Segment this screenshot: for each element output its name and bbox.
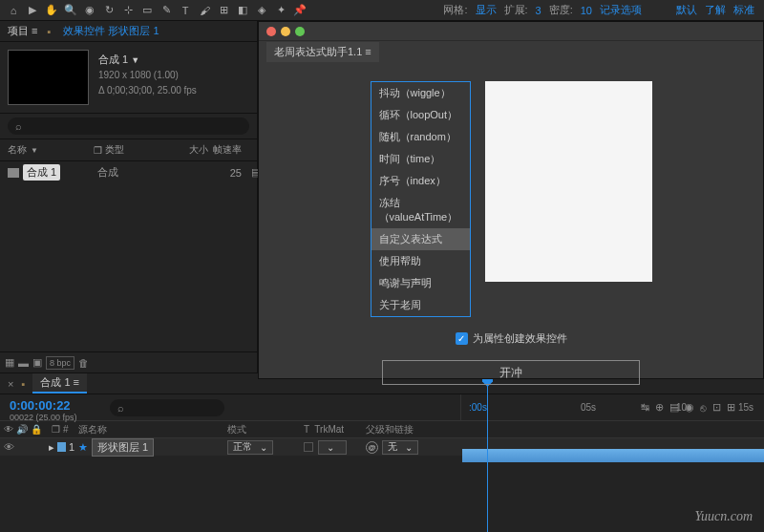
chevron-down-icon: ⌄: [327, 442, 334, 453]
workspace-default[interactable]: 默认: [676, 3, 697, 17]
rect-icon[interactable]: ▭: [138, 2, 156, 19]
layer-color-icon[interactable]: [57, 442, 66, 452]
trkmat-toggle[interactable]: [304, 442, 313, 452]
record-options[interactable]: 记录选项: [600, 3, 642, 17]
layer-bar[interactable]: [462, 449, 764, 462]
expression-list: 抖动（wiggle）循环（loopOut）随机（random）时间（time）序…: [371, 81, 471, 317]
current-timecode[interactable]: 0:00:00:22: [10, 398, 100, 413]
hand-icon[interactable]: ✋: [43, 2, 60, 19]
close-window-icon[interactable]: [266, 27, 276, 36]
tag-icon: ❒: [94, 145, 102, 156]
anchor-icon[interactable]: ⊹: [119, 2, 137, 19]
project-footer: ▦ ▬ ▣ 8 bpc 🗑: [0, 351, 257, 372]
grid-label: 网格:: [443, 3, 467, 17]
orbit-icon[interactable]: ◉: [81, 2, 98, 19]
preview-box: [485, 81, 652, 282]
eraser-icon[interactable]: ◧: [234, 2, 251, 19]
roto-icon[interactable]: ◈: [253, 2, 270, 19]
density-value[interactable]: 10: [581, 5, 592, 16]
delete-icon[interactable]: 🗑: [78, 357, 89, 369]
col-parent[interactable]: 父级和链接: [366, 423, 461, 436]
text-icon[interactable]: T: [177, 2, 194, 19]
comp-preview: 合成 1▼ 1920 x 1080 (1.00) Δ 0;00;30;00, 2…: [0, 42, 257, 113]
workspace-learn[interactable]: 了解: [705, 3, 726, 17]
audio-header-icon: 🔊: [16, 424, 28, 435]
bpc-toggle[interactable]: 8 bpc: [46, 356, 74, 370]
expression-item[interactable]: 抖动（wiggle）: [371, 82, 470, 104]
expression-item[interactable]: 时间（time）: [371, 148, 470, 170]
eye-icon[interactable]: 👁: [4, 441, 14, 453]
col-fps[interactable]: 帧速率: [208, 143, 246, 157]
col-trkmat[interactable]: TrkMat: [314, 424, 344, 435]
col-size[interactable]: 大小: [170, 143, 208, 157]
label-header-icon: ❒: [52, 424, 60, 435]
pin-icon[interactable]: 📌: [291, 2, 308, 19]
twirl-icon[interactable]: ▸: [49, 441, 54, 454]
select-icon[interactable]: ▶: [24, 2, 41, 19]
new-folder-icon[interactable]: ▬: [18, 357, 29, 369]
new-comp-icon[interactable]: ▣: [32, 356, 42, 369]
comp-name: 合成 1: [98, 53, 128, 65]
project-tab[interactable]: 项目 ≡: [8, 24, 37, 38]
star-icon: ★: [78, 441, 88, 454]
density-label: 密度:: [549, 3, 573, 17]
expression-item[interactable]: 序号（index）: [371, 170, 470, 192]
effects-link[interactable]: 效果控件 形状图层 1: [63, 24, 159, 38]
apply-button[interactable]: 开冲: [382, 360, 640, 385]
dropdown-icon[interactable]: ▼: [131, 55, 139, 65]
expression-item[interactable]: 自定义表达式: [371, 228, 470, 250]
zoom-icon[interactable]: 🔍: [62, 2, 79, 19]
timeline-search-input[interactable]: ⌕: [110, 399, 224, 416]
toolbar-right: 网格: 显示 扩展: 3 密度: 10 记录选项 默认 了解 标准: [443, 3, 764, 17]
dialog-title: 老周表达式助手1.1 ≡: [266, 42, 379, 62]
expression-item[interactable]: 关于老周: [371, 294, 470, 316]
col-t: T: [304, 424, 309, 435]
expression-item[interactable]: 鸣谢与声明: [371, 272, 470, 294]
blend-mode-dropdown[interactable]: 正常 ⌄: [227, 440, 273, 455]
home-icon[interactable]: ⌂: [5, 2, 22, 19]
dialog-titlebar[interactable]: [259, 22, 763, 41]
puppet-icon[interactable]: ✦: [272, 2, 289, 19]
expression-helper-dialog: 老周表达式助手1.1 ≡ 抖动（wiggle）循环（loopOut）随机（ran…: [258, 21, 764, 379]
project-columns: 名称▼ ❒类型 大小 帧速率: [0, 139, 257, 161]
expression-item[interactable]: 随机（random）: [371, 126, 470, 148]
timeline-tab[interactable]: 合成 1 ≡: [32, 373, 87, 394]
pickwhip-icon[interactable]: @: [366, 441, 378, 454]
col-name[interactable]: 名称: [8, 143, 27, 157]
expand-value[interactable]: 3: [536, 5, 541, 16]
trkmat-dropdown[interactable]: ⌄: [318, 440, 347, 455]
display-toggle[interactable]: 显示: [476, 3, 497, 17]
expression-item[interactable]: 使用帮助: [371, 250, 470, 272]
layer-row[interactable]: 👁 ▸1 ★形状图层 1 正常 ⌄ ⌄ @无 ⌄: [0, 438, 764, 456]
project-item-name: 合成 1: [23, 164, 60, 181]
chevron-down-icon: ⌄: [405, 442, 413, 453]
expression-item[interactable]: 冻结（valueAtTime）: [371, 192, 470, 228]
comp-duration: Δ 0;00;30;00, 25.00 fps: [98, 84, 197, 97]
layer-name[interactable]: 形状图层 1: [92, 438, 154, 457]
minimize-window-icon[interactable]: [281, 27, 290, 36]
col-mode[interactable]: 模式: [227, 423, 304, 436]
maximize-window-icon[interactable]: [295, 27, 305, 36]
expression-item[interactable]: 循环（loopOut）: [371, 104, 470, 126]
col-sourcename[interactable]: 源名称: [74, 423, 227, 436]
create-controls-checkbox[interactable]: ✓: [456, 332, 468, 345]
project-row[interactable]: 合成 1 合成 25 ▤: [0, 161, 257, 183]
brush-icon[interactable]: 🖌: [196, 2, 213, 19]
window-controls: [266, 27, 305, 36]
project-search-input[interactable]: ⌕: [8, 117, 249, 135]
rotate-icon[interactable]: ↻: [100, 2, 117, 19]
comp-thumbnail[interactable]: [8, 50, 89, 105]
col-type[interactable]: 类型: [105, 143, 124, 157]
interpret-icon[interactable]: ▦: [5, 356, 14, 369]
current-frame: 00022 (25.00 fps): [10, 413, 100, 422]
parent-dropdown[interactable]: 无 ⌄: [382, 440, 418, 455]
stamp-icon[interactable]: ⊞: [215, 2, 232, 19]
project-panel: 项目 ≡ ▪ 效果控件 形状图层 1 合成 1▼ 1920 x 1080 (1.…: [0, 21, 258, 372]
workspace-standard[interactable]: 标准: [733, 3, 754, 17]
lock-header-icon: 🔒: [31, 424, 42, 435]
comp-resolution: 1920 x 1080 (1.00): [98, 69, 197, 82]
pen-icon[interactable]: ✎: [158, 2, 175, 19]
checkbox-label: 为属性创建效果控件: [473, 331, 567, 346]
tool-icons: ⌂ ▶ ✋ 🔍 ◉ ↻ ⊹ ▭ ✎ T 🖌 ⊞ ◧ ◈ ✦ 📌: [0, 2, 308, 19]
close-tab-icon[interactable]: ×: [8, 378, 13, 390]
